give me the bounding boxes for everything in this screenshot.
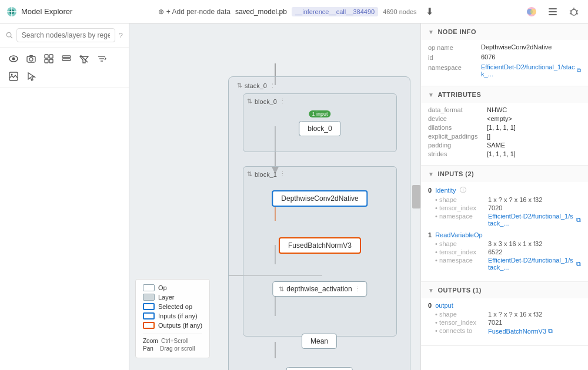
attr-data-format: data_format NHWC — [428, 106, 581, 113]
input-0: 0 Identity ⓘ shape 1 x ? x ? x 16 x f32 … — [428, 186, 581, 227]
svg-line-15 — [577, 14, 578, 14]
legend-selected: Selected op — [143, 303, 202, 310]
legend-zoom: Zoom Ctrl+Scroll Pan Drag or scroll — [143, 334, 202, 352]
svg-point-35 — [11, 74, 13, 76]
svg-rect-8 — [549, 11, 557, 12]
list-icon-button[interactable] — [544, 4, 561, 20]
bug-icon-button[interactable] — [566, 4, 582, 20]
svg-line-13 — [577, 11, 578, 11]
search-bar: ? — [0, 23, 129, 48]
legend-inputs: Inputs (if any) — [143, 312, 202, 319]
namespace-row: namespace EfficientDet-D2/functional_1/s… — [428, 63, 581, 78]
outputs-header[interactable]: ▼ OUTPUTS (1) — [421, 282, 588, 298]
svg-rect-23 — [45, 55, 48, 58]
legend-outputs: Outputs (if any) — [143, 322, 202, 329]
right-panel: ▼ NODE INFO op name DepthwiseConv2dNativ… — [420, 23, 588, 370]
app-logo-icon — [6, 6, 18, 18]
input-1-name[interactable]: ReadVariableOp — [435, 231, 483, 238]
svg-point-16 — [6, 32, 11, 37]
visibility-button[interactable] — [6, 51, 21, 66]
input-0-namespace-link[interactable]: EfficientDet-D2/functional_1/stack_... ⧉ — [488, 213, 581, 227]
attr-padding: padding SAME — [428, 142, 581, 149]
cursor-button[interactable] — [24, 69, 39, 84]
node-info-header[interactable]: ▼ NODE INFO — [421, 23, 588, 40]
inputs-chevron: ▼ — [428, 171, 434, 177]
color-icon-button[interactable] — [523, 4, 540, 20]
layout2-button[interactable] — [59, 51, 74, 66]
output-0-ext-icon: ⧉ — [548, 327, 553, 335]
image-button[interactable] — [6, 69, 21, 84]
node-info-section: ▼ NODE INFO op name DepthwiseConv2dNativ… — [421, 23, 588, 86]
inputs-content: 0 Identity ⓘ shape 1 x ? x ? x 16 x f32 … — [421, 182, 588, 281]
camera-button[interactable] — [24, 51, 39, 66]
svg-marker-36 — [28, 73, 35, 80]
top-bar-center: ⊕ + Add per-node data saved_model.pb __i… — [78, 4, 517, 20]
block1-container: ⇅ block_1 ⋮ DepthwiseConv2dNative FusedB… — [243, 166, 397, 337]
input-1-namespace-link[interactable]: EfficientDet-D2/functional_1/stack_... ⧉ — [488, 257, 581, 271]
attr-explicit-paddings: explicit_paddings [] — [428, 133, 581, 140]
svg-rect-9 — [549, 14, 557, 15]
depthwise-conv-node[interactable]: DepthwiseConv2dNative — [272, 190, 368, 207]
attr-device: device <empty> — [428, 115, 581, 122]
search-help-icon[interactable]: ? — [119, 31, 123, 40]
svg-rect-25 — [45, 59, 48, 63]
external-link-icon: ⧉ — [577, 67, 581, 74]
block0-node[interactable]: block_0 — [299, 121, 340, 136]
attributes-section: ▼ ATTRIBUTES data_format NHWC device <em… — [421, 86, 588, 166]
top-bar: Model Explorer ⊕ + Add per-node data sav… — [0, 0, 588, 23]
input-1-ext-icon: ⧉ — [576, 260, 581, 268]
input-0-help[interactable]: ⓘ — [460, 186, 466, 194]
outputs-content: 0 output shape 1 x ? x ? x 16 x f32 tens… — [421, 298, 588, 345]
se-reshape-node[interactable]: ⇅ se_reshape ⋮ — [286, 367, 353, 370]
node-info-content: op name DepthwiseConv2dNative id 6076 na… — [421, 40, 588, 86]
sort-button[interactable] — [94, 51, 109, 66]
model-filename: saved_model.pb — [235, 8, 287, 16]
stack-label: ⇅ stack_0 ⋮ — [232, 79, 280, 92]
svg-rect-26 — [49, 59, 53, 63]
download-button[interactable]: ⬇ — [422, 4, 438, 20]
output-0-connects-link[interactable]: FusedBatchNormV3 ⧉ — [488, 327, 581, 335]
layout1-button[interactable] — [41, 51, 56, 66]
app-title: Model Explorer — [21, 7, 72, 16]
input-0-name[interactable]: Identity — [435, 187, 456, 194]
app-logo: Model Explorer — [6, 6, 72, 18]
svg-line-17 — [11, 36, 12, 38]
svg-point-19 — [12, 58, 15, 60]
fused-batch-norm-node[interactable]: FusedBatchNormV3 — [279, 237, 361, 254]
stack-container: ⇅ stack_0 ⋮ ⇅ block_0 ⋮ 1 input block_0 — [228, 76, 410, 370]
main-layout: ? — [0, 23, 588, 370]
plus-icon: ⊕ — [158, 8, 164, 16]
op-name-row: op name DepthwiseConv2dNative — [428, 43, 581, 51]
attr-dilations: dilations [1, 1, 1, 1] — [428, 124, 581, 131]
mean-node[interactable]: Mean — [302, 334, 337, 349]
svg-rect-27 — [62, 56, 71, 58]
search-icon — [6, 31, 13, 39]
search-input[interactable] — [16, 28, 115, 42]
legend: Op Layer Selected op Inputs (if any) Out… — [135, 279, 210, 358]
depthwise-activation-node[interactable]: ⇅ depthwise_activation ⋮ — [272, 281, 367, 297]
svg-point-10 — [571, 9, 577, 15]
input-1: 1 ReadVariableOp shape 3 x 3 x 16 x 1 x … — [428, 231, 581, 271]
svg-line-14 — [570, 14, 571, 14]
node-info-chevron: ▼ — [428, 29, 434, 35]
node-count: 4690 nodes — [383, 8, 417, 15]
left-panel: ? — [0, 23, 129, 370]
block0-container: ⇅ block_0 ⋮ 1 input block_0 — [243, 93, 397, 152]
input-0-ext-icon: ⧉ — [576, 216, 581, 224]
svg-point-6 — [530, 9, 536, 15]
svg-point-21 — [29, 58, 33, 61]
toolbar — [0, 48, 129, 88]
attributes-content: data_format NHWC device <empty> dilation… — [421, 103, 588, 165]
inputs-header[interactable]: ▼ INPUTS (2) — [421, 166, 588, 182]
graph-canvas[interactable]: ⇅ stack_0 ⋮ ⇅ block_0 ⋮ 1 input block_0 — [129, 23, 420, 370]
model-tag: __inference__call__384490 — [292, 7, 378, 16]
attributes-chevron: ▼ — [428, 92, 434, 98]
add-data-button[interactable]: ⊕ + Add per-node data — [158, 8, 230, 16]
output-0-name[interactable]: output — [435, 302, 453, 309]
id-row: id 6076 — [428, 53, 581, 61]
svg-line-12 — [570, 11, 571, 11]
namespace-link[interactable]: EfficientDet-D2/functional_1/stack_... ⧉ — [481, 63, 581, 78]
attr-strides: strides [1, 1, 1, 1] — [428, 150, 581, 157]
attributes-header[interactable]: ▼ ATTRIBUTES — [421, 86, 588, 103]
filter-off-button[interactable] — [76, 51, 92, 66]
